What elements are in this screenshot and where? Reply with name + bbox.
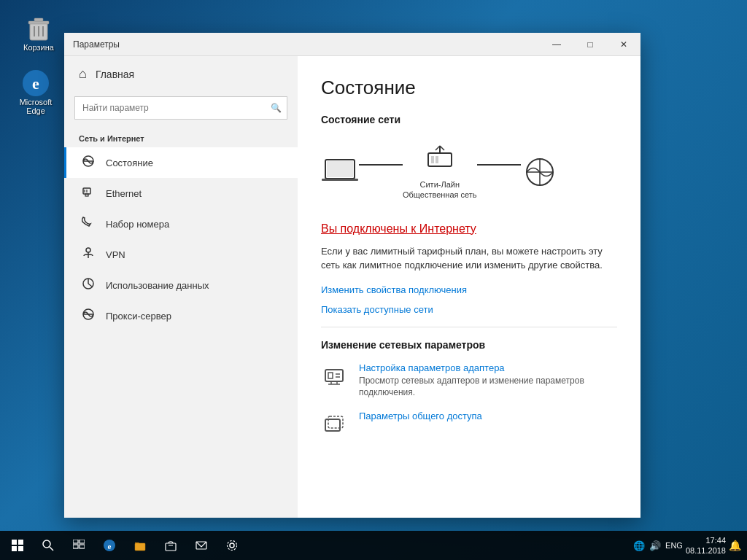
status-nav-icon: [81, 155, 96, 171]
laptop-device: [321, 157, 359, 187]
dialup-nav-icon: [81, 216, 96, 232]
sidebar-home-button[interactable]: ⌂ Главная: [64, 56, 298, 92]
minimize-button[interactable]: —: [540, 33, 573, 56]
taskbar-search-icon: [42, 540, 54, 551]
taskbar-store-icon: [164, 539, 177, 552]
nav-item-proxy[interactable]: Прокси-сервер: [64, 300, 298, 331]
home-label: Главная: [96, 69, 134, 80]
taskbar: e: [0, 531, 747, 560]
network-node-label: Сити-Лайн Общественная сеть: [403, 179, 477, 201]
svg-point-14: [86, 248, 90, 252]
svg-point-56: [230, 543, 234, 548]
taskbar-explorer-button[interactable]: [125, 531, 155, 560]
settings-window: Параметры — □ ✕ ⌂ Главная 🔍 Сеть и Интер…: [64, 33, 640, 518]
sharing-settings-icon: [321, 411, 347, 437]
net-line-1: [359, 164, 403, 166]
link-networks[interactable]: Показать доступные сети: [321, 304, 617, 315]
svg-point-57: [228, 541, 237, 551]
start-button[interactable]: [3, 531, 32, 560]
svg-rect-21: [322, 179, 358, 181]
svg-text:e: e: [108, 542, 112, 551]
nav-item-vpn[interactable]: VPN: [64, 239, 298, 270]
window-titlebar: Параметры — □ ✕: [64, 33, 640, 56]
maximize-button[interactable]: □: [573, 33, 607, 56]
taskbar-time: 17:44: [705, 535, 726, 545]
adapter-settings-icon: [321, 362, 347, 389]
connected-text[interactable]: Вы подключены к Интернету: [321, 222, 476, 236]
laptop-icon: [321, 157, 359, 187]
nav-item-status[interactable]: Состояние: [64, 147, 298, 178]
svg-rect-49: [80, 545, 85, 548]
taskbar-store-button[interactable]: [156, 531, 185, 560]
section-divider: [321, 327, 617, 327]
data-usage-nav-icon: [81, 277, 96, 293]
nav-item-data-usage[interactable]: Использование данных: [64, 270, 298, 300]
network-diagram: Сити-Лайн Общественная сеть: [321, 137, 617, 208]
taskbar-edge-button[interactable]: e: [95, 531, 124, 560]
taskbar-right: 🌐 🔊 ENG 17:44 08.11.2018 🔔: [633, 535, 747, 556]
link-properties[interactable]: Изменить свойства подключения: [321, 284, 617, 295]
nav-item-dialup[interactable]: Набор номера: [64, 209, 298, 239]
home-icon: ⌂: [79, 66, 87, 82]
sidebar-section-title: Сеть и Интернет: [64, 128, 298, 147]
nav-item-ethernet[interactable]: Ethernet: [64, 178, 298, 209]
sharing-settings-title: Параметры общего доступа: [359, 411, 482, 421]
taskbar-network-icon: 🌐: [633, 540, 645, 551]
svg-line-45: [50, 547, 53, 551]
taskbar-lang-label: ENG: [665, 541, 683, 550]
taskbar-edge-icon: e: [103, 539, 116, 552]
router-device: Сити-Лайн Общественная сеть: [403, 144, 477, 201]
sharing-settings-item[interactable]: Параметры общего доступа: [321, 411, 617, 437]
nav-ethernet-label: Ethernet: [106, 188, 142, 199]
svg-rect-42: [12, 546, 17, 551]
task-view-button[interactable]: [64, 531, 93, 560]
globe-icon: [521, 157, 559, 187]
search-input[interactable]: [74, 96, 287, 120]
svg-rect-48: [73, 545, 78, 548]
svg-rect-20: [327, 161, 353, 177]
taskbar-notification-icon[interactable]: 🔔: [729, 540, 741, 551]
svg-rect-40: [12, 540, 17, 545]
ethernet-nav-icon: [81, 185, 96, 201]
nav-dialup-label: Набор номера: [106, 219, 169, 230]
router-icon: [421, 144, 459, 175]
close-button[interactable]: ✕: [607, 33, 640, 56]
nav-vpn-label: VPN: [106, 249, 125, 260]
adapter-settings-text: Настройка параметров адаптера Просмотр с…: [359, 362, 617, 400]
search-icon: 🔍: [271, 103, 282, 113]
taskbar-volume-icon: 🔊: [649, 540, 661, 551]
recycle-bin-label: Корзина: [23, 43, 54, 52]
svg-rect-52: [135, 543, 145, 551]
taskbar-settings-button[interactable]: [217, 531, 247, 560]
main-content: Состояние Состояние сети: [298, 56, 640, 518]
adapter-settings-item[interactable]: Настройка параметров адаптера Просмотр с…: [321, 362, 617, 400]
taskbar-settings-icon: [225, 539, 239, 552]
sidebar: ⌂ Главная 🔍 Сеть и Интернет Состояние: [64, 56, 298, 518]
desktop: Корзина e Microsoft Edge Параметры — □ ✕…: [0, 0, 747, 560]
taskbar-mail-button[interactable]: [187, 531, 216, 560]
svg-rect-11: [85, 194, 88, 196]
globe-device: [521, 157, 559, 187]
svg-text:e: e: [32, 74, 39, 93]
start-icon: [12, 540, 23, 551]
svg-rect-43: [18, 546, 23, 551]
recycle-bin-icon: [24, 14, 53, 43]
sharing-settings-text: Параметры общего доступа: [359, 411, 482, 423]
nav-status-label: Состояние: [106, 158, 153, 168]
svg-rect-53: [166, 543, 176, 551]
nav-data-usage-label: Использование данных: [106, 280, 209, 291]
edge-icon: e: [21, 69, 50, 98]
desktop-icon-recycle-bin[interactable]: Корзина: [13, 11, 64, 55]
desktop-icon-edge[interactable]: e Microsoft Edge: [10, 66, 61, 118]
svg-point-44: [43, 540, 50, 548]
window-body: ⌂ Главная 🔍 Сеть и Интернет Состояние: [64, 56, 640, 518]
window-controls: — □ ✕: [540, 33, 640, 56]
proxy-nav-icon: [81, 308, 96, 324]
svg-rect-41: [18, 540, 23, 545]
taskbar-search-button[interactable]: [34, 531, 63, 560]
sidebar-search-container: 🔍: [74, 96, 287, 120]
vpn-nav-icon: [81, 246, 96, 262]
svg-rect-23: [431, 156, 434, 163]
svg-rect-2: [34, 18, 43, 21]
svg-rect-32: [328, 373, 333, 378]
